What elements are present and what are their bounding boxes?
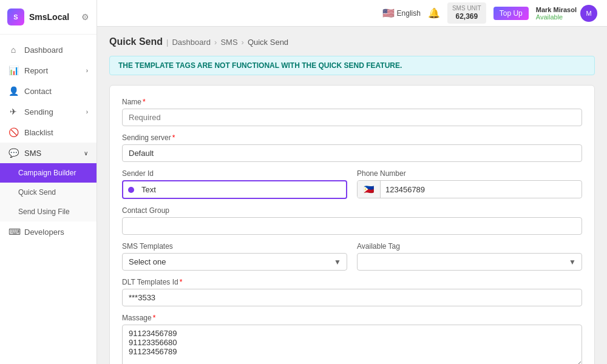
bell-icon[interactable]: 🔔: [428, 7, 440, 19]
templates-tag-row: SMS Templates Select one ▼ Available Tag: [122, 242, 582, 271]
logo-icon: S: [7, 8, 24, 25]
sidebar-item-label: Report: [24, 66, 48, 75]
topup-button[interactable]: Top Up: [493, 7, 529, 20]
name-label: Name*: [122, 98, 582, 106]
contact-group-row: Contact Group: [122, 206, 582, 235]
sender-id-label: Sender Id: [122, 169, 347, 178]
user-details: Mark Mirasol Available: [536, 6, 577, 21]
message-row: Massage* 91123456789 91123356680 9112345…: [122, 314, 582, 364]
sidebar-item-label: Blacklist: [24, 128, 53, 137]
sidebar-item-developers[interactable]: ⌨ Developers: [0, 221, 97, 242]
form-card: Name* Sending server* Sender Id: [109, 85, 595, 364]
message-label: Massage*: [122, 314, 582, 322]
phone-number-input[interactable]: [381, 181, 582, 198]
chevron-right-icon: ›: [86, 67, 88, 74]
sidebar-item-label: Campaign Builder: [18, 169, 76, 177]
blacklist-icon: 🚫: [8, 127, 18, 137]
report-icon: 📊: [8, 66, 18, 75]
breadcrumb: Quick Send | Dashboard › SMS › Quick Sen…: [109, 36, 595, 47]
dlt-templates-input[interactable]: [122, 289, 582, 306]
dlt-templates-row: DLT Templates Id*: [122, 278, 582, 306]
developers-icon: ⌨: [8, 227, 18, 237]
sms-templates-select[interactable]: Select one: [122, 253, 347, 271]
name-field-row: Name*: [122, 98, 582, 126]
available-tag-select[interactable]: [357, 253, 582, 271]
flag-icon: 🇺🇸: [382, 7, 395, 19]
alert-banner: THE TEMPLATE TAGS ARE NOT FUNCTIONAL WIT…: [109, 56, 595, 75]
radio-dot-icon: [128, 187, 134, 193]
phone-flag-icon: 🇵🇭: [358, 181, 381, 198]
sidebar-item-campaign-builder[interactable]: Campaign Builder: [0, 163, 97, 183]
sidebar-item-label: Developers: [24, 228, 64, 237]
alert-message: THE TEMPLATE TAGS ARE NOT FUNCTIONAL WIT…: [118, 61, 402, 70]
name-input[interactable]: [122, 109, 582, 126]
sidebar-item-label: Quick Send: [18, 188, 56, 197]
available-tag-col: Available Tag ▼: [357, 242, 582, 271]
phone-number-label: Phone Number: [357, 169, 582, 178]
sending-icon: ✈: [8, 107, 18, 116]
sidebar-item-label: Sending: [24, 107, 53, 116]
sms-templates-label: SMS Templates: [122, 242, 347, 251]
sidebar: S SmsLocal ⚙ ⌂ Dashboard 📊 Report › 👤 Co…: [0, 0, 97, 364]
user-name: Mark Mirasol: [536, 6, 577, 13]
topbar: 🇺🇸 English 🔔 SMS UNIT 62,369 Top Up Mark…: [97, 0, 607, 27]
sms-submenu: Campaign Builder Quick Send Send Using F…: [0, 163, 97, 221]
sidebar-item-label: Contact: [24, 87, 52, 96]
contact-group-input[interactable]: [122, 217, 582, 235]
available-tag-label: Available Tag: [357, 242, 582, 251]
user-info: Mark Mirasol Available M: [536, 5, 597, 22]
sidebar-item-sending[interactable]: ✈ Sending ›: [0, 101, 97, 122]
phone-col: Phone Number 🇵🇭: [357, 169, 582, 199]
sidebar-item-label: Send Using File: [18, 207, 70, 216]
user-status: Available: [536, 13, 577, 21]
breadcrumb-arrow-2: ›: [242, 38, 244, 47]
dlt-templates-label: DLT Templates Id*: [122, 278, 582, 286]
phone-input-wrap: 🇵🇭: [357, 180, 582, 198]
page-content: Quick Send | Dashboard › SMS › Quick Sen…: [97, 27, 607, 364]
chevron-right-icon: ›: [86, 109, 88, 115]
chevron-down-icon: ∨: [84, 150, 88, 157]
sender-id-input-wrap: [122, 180, 347, 199]
sender-phone-row: Sender Id Phone Number 🇵🇭: [122, 169, 582, 199]
breadcrumb-arrow: ›: [214, 38, 217, 47]
avatar[interactable]: M: [580, 5, 597, 22]
sending-server-row: Sending server*: [122, 133, 582, 162]
sidebar-item-label: Dashboard: [24, 46, 63, 55]
message-textarea[interactable]: 91123456789 91123356680 91123456789: [122, 325, 582, 364]
contact-group-label: Contact Group: [122, 206, 582, 215]
logo-area: S SmsLocal ⚙: [0, 0, 97, 35]
sidebar-item-dashboard[interactable]: ⌂ Dashboard: [0, 39, 97, 60]
sms-icon: 💬: [8, 148, 18, 158]
sending-server-input[interactable]: [122, 144, 582, 162]
sidebar-nav: ⌂ Dashboard 📊 Report › 👤 Contact ✈ Sendi…: [0, 35, 97, 364]
sidebar-item-sms[interactable]: 💬 SMS ∨: [0, 143, 97, 163]
sidebar-item-send-using-file[interactable]: Send Using File: [0, 202, 97, 221]
sender-id-input[interactable]: [139, 181, 346, 198]
available-tag-select-wrap: ▼: [357, 253, 582, 271]
sms-unit-display: SMS UNIT 62,369: [447, 2, 486, 24]
dashboard-icon: ⌂: [8, 45, 18, 55]
breadcrumb-dashboard[interactable]: Dashboard: [172, 38, 211, 47]
sidebar-item-contact[interactable]: 👤 Contact: [0, 81, 97, 101]
contact-icon: 👤: [8, 86, 18, 96]
breadcrumb-current: Quick Send: [248, 38, 288, 47]
main-area: 🇺🇸 English 🔔 SMS UNIT 62,369 Top Up Mark…: [97, 0, 607, 364]
breadcrumb-sms[interactable]: SMS: [220, 38, 237, 47]
sender-id-col: Sender Id: [122, 169, 347, 199]
sms-unit-label: SMS UNIT: [452, 4, 481, 12]
sms-unit-value: 62,369: [452, 12, 481, 22]
sidebar-item-label: SMS: [24, 149, 41, 158]
sidebar-item-quick-send[interactable]: Quick Send: [0, 183, 97, 202]
sending-server-label: Sending server*: [122, 133, 582, 142]
gear-icon[interactable]: ⚙: [81, 12, 89, 22]
sidebar-item-blacklist[interactable]: 🚫 Blacklist: [0, 122, 97, 143]
language-label: English: [397, 9, 421, 18]
logo-text: SmsLocal: [29, 12, 69, 22]
breadcrumb-separator: |: [166, 38, 168, 47]
sms-templates-select-wrap: Select one ▼: [122, 253, 347, 271]
sidebar-item-report[interactable]: 📊 Report ›: [0, 60, 97, 81]
page-title: Quick Send: [109, 36, 163, 47]
language-selector[interactable]: 🇺🇸 English: [382, 7, 421, 19]
sms-templates-col: SMS Templates Select one ▼: [122, 242, 347, 271]
